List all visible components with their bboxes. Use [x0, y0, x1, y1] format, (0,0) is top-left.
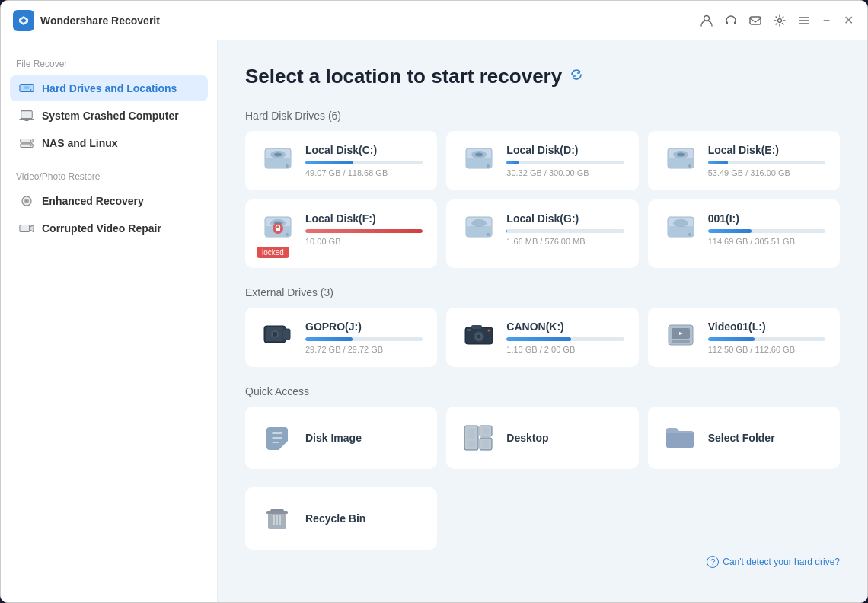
svg-rect-72 — [672, 340, 690, 343]
select-folder-label: Select Folder — [708, 432, 775, 444]
gear-icon[interactable] — [773, 14, 787, 27]
sidebar-item-system-crashed[interactable]: System Crashed Computer — [10, 103, 208, 129]
quick-disk-image[interactable]: Disk Image — [245, 407, 437, 469]
svg-point-67 — [488, 330, 490, 332]
svg-rect-66 — [467, 329, 471, 331]
sidebar-item-nas-linux[interactable]: NAS and Linux — [10, 130, 208, 156]
file-recover-label: File Recover — [10, 59, 208, 69]
svg-point-47 — [471, 219, 487, 227]
recycle-bin-label: Recycle Bin — [305, 512, 365, 525]
svg-point-12 — [30, 140, 32, 142]
svg-rect-9 — [21, 111, 33, 119]
canon-size: 1.10 GB / 2.00 GB — [506, 345, 624, 354]
drive-card-d[interactable]: Local Disk(D:) 30.32 GB / 300.00 GB — [446, 131, 638, 190]
disk-c-name: Local Disk(C:) — [305, 144, 423, 156]
logo-icon — [13, 10, 34, 31]
drive-card-f[interactable]: Local Disk(F:) 10.00 GB locked — [245, 199, 437, 268]
quick-select-folder[interactable]: Select Folder — [648, 407, 840, 469]
mail-icon[interactable] — [748, 14, 762, 27]
sidebar-item-enhanced-recovery[interactable]: Enhanced Recovery — [10, 188, 208, 214]
recycle-bin-row: Recycle Bin — [245, 487, 840, 550]
quick-access-section-label: Quick Access — [245, 385, 840, 397]
canon-progress — [506, 337, 624, 341]
svg-rect-77 — [468, 441, 475, 447]
headset-icon[interactable] — [724, 14, 738, 27]
svg-point-29 — [487, 164, 490, 168]
disk-i-size: 114.69 GB / 305.51 GB — [708, 237, 825, 246]
drive-card-c[interactable]: Local Disk(C:) 49.07 GB / 118.68 GB — [245, 131, 437, 190]
quick-desktop[interactable]: Desktop — [446, 407, 638, 469]
disk-image-icon — [260, 423, 295, 453]
disk-d-name: Local Disk(D:) — [506, 144, 624, 156]
quick-recycle-bin[interactable]: Recycle Bin — [245, 487, 437, 550]
svg-point-53 — [688, 233, 691, 236]
svg-point-23 — [286, 164, 289, 168]
sidebar-item-corrupted-video[interactable]: Corrupted Video Repair — [10, 215, 208, 241]
corrupted-video-icon — [19, 222, 34, 234]
video01-progress — [708, 337, 825, 341]
app-window: Wondershare Recoverit − ✕ F — [0, 0, 868, 603]
disk-icon-f — [260, 212, 296, 243]
disk-f-size: 10.00 GB — [305, 237, 423, 246]
svg-rect-17 — [20, 225, 30, 231]
sidebar-item-hard-drives[interactable]: Hard Drives and Locations — [10, 75, 208, 101]
svg-point-16 — [26, 200, 27, 202]
minimize-button[interactable]: − — [822, 14, 831, 27]
hard-disk-grid: Local Disk(C:) 49.07 GB / 118.68 GB — [245, 131, 840, 268]
gopro-progress — [305, 337, 423, 341]
menu-icon[interactable] — [797, 14, 811, 27]
svg-point-52 — [673, 219, 688, 227]
disk-icon-g — [461, 212, 497, 243]
main-layout: File Recover Hard Drives and Locations — [1, 40, 867, 602]
sidebar-hard-drives-label: Hard Drives and Locations — [42, 82, 177, 94]
title-bar-controls: − ✕ — [700, 13, 855, 27]
folder-icon — [662, 423, 697, 453]
profile-icon[interactable] — [700, 14, 713, 27]
disk-g-size: 1.66 MB / 576.00 MB — [506, 237, 624, 246]
external-drives-grid: GOPRO(J:) 29.72 GB / 29.72 GB — [245, 308, 840, 367]
sidebar-nas-label: NAS and Linux — [42, 137, 118, 149]
disk-e-name: Local Disk(E:) — [708, 144, 825, 156]
svg-rect-83 — [483, 440, 489, 448]
drive-card-gopro[interactable]: GOPRO(J:) 29.72 GB / 29.72 GB — [245, 308, 437, 367]
refresh-icon[interactable] — [570, 68, 583, 85]
disk-icon-e — [662, 144, 699, 174]
svg-point-35 — [688, 164, 691, 168]
svg-point-22 — [274, 153, 282, 157]
nas-icon — [19, 137, 34, 149]
drive-card-i[interactable]: 001(I:) 114.69 GB / 305.51 GB — [648, 199, 840, 268]
drive-card-canon[interactable]: CANON(K:) 1.10 GB / 2.00 GB — [446, 308, 638, 367]
hard-drive-icon — [19, 82, 34, 94]
disk-d-progress — [506, 161, 624, 164]
disk-i-name: 001(I:) — [708, 212, 825, 225]
quick-access-grid: Disk Image — [245, 407, 840, 469]
disk-icon-i — [662, 212, 699, 243]
video01-icon — [662, 321, 699, 351]
disk-g-name: Local Disk(G:) — [506, 212, 624, 225]
svg-point-13 — [30, 145, 32, 146]
svg-point-34 — [677, 153, 685, 157]
disk-icon-d — [461, 144, 497, 174]
canon-icon — [461, 321, 497, 351]
drive-card-g[interactable]: Local Disk(G:) 1.66 MB / 576.00 MB — [446, 199, 638, 268]
close-button[interactable]: ✕ — [842, 13, 855, 27]
cant-detect-link[interactable]: Can't detect your hard drive? — [723, 557, 840, 567]
drive-card-video01[interactable]: Video01(L:) 112.50 GB / 112.60 GB — [648, 308, 840, 367]
svg-point-41 — [286, 233, 289, 236]
enhanced-recovery-icon — [19, 195, 34, 207]
disk-e-progress — [708, 161, 825, 164]
video01-size: 112.50 GB / 112.60 GB — [708, 345, 825, 354]
drive-card-e[interactable]: Local Disk(E:) 53.49 GB / 316.00 GB — [648, 131, 840, 190]
desktop-icon — [461, 423, 496, 453]
disk-e-size: 53.49 GB / 316.00 GB — [708, 168, 825, 177]
svg-point-65 — [477, 335, 481, 339]
video01-name: Video01(L:) — [708, 321, 825, 333]
svg-point-7 — [24, 86, 29, 90]
svg-rect-1 — [726, 21, 728, 24]
svg-rect-59 — [282, 329, 290, 340]
title-bar: Wondershare Recoverit − ✕ — [1, 1, 867, 40]
svg-rect-80 — [483, 428, 489, 434]
disk-i-progress — [708, 229, 825, 233]
gopro-icon — [260, 321, 296, 351]
svg-rect-43 — [276, 228, 280, 231]
